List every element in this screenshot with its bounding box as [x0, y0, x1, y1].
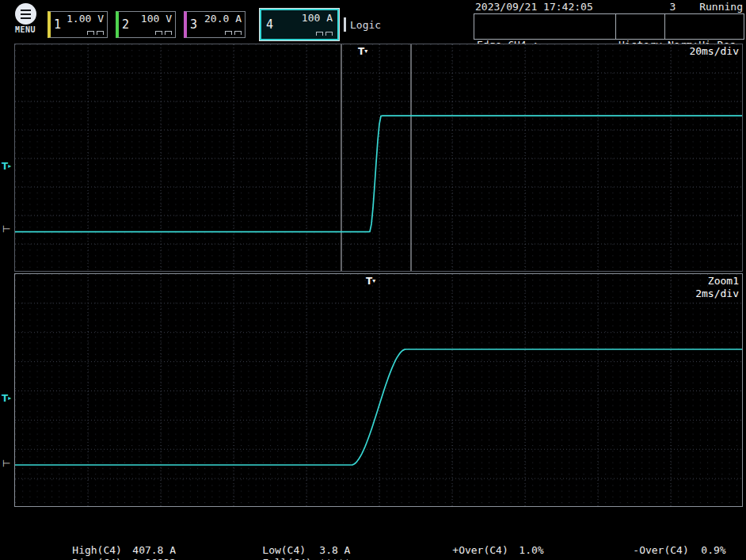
channel-2-scale: 100 V: [135, 13, 172, 25]
coupling-icon: [225, 31, 232, 35]
measurement-value: 0.86832ms: [132, 557, 188, 560]
coupling-icon: [316, 32, 323, 36]
coupling-icon: [325, 32, 333, 36]
channel-3-badge[interactable]: 3 20.0 A: [184, 11, 245, 38]
record-settings[interactable]: Norm:Hi-Res 12.5MS/s: [664, 14, 744, 39]
channel-3-scale: 20.0 A: [203, 13, 242, 25]
channel-3-number: 3: [190, 17, 197, 32]
trigger-settings[interactable]: Edge CH4 ↑ Normal 213 A: [474, 14, 615, 39]
channel-1-badge[interactable]: 1 1.00 V: [48, 11, 108, 38]
main-trigger-position-marker[interactable]: T▾: [358, 44, 367, 57]
measurement-label: -Over(C4): [633, 544, 701, 556]
channel-1-number: 1: [54, 17, 61, 32]
zoom-trigger-level-marker[interactable]: T▸: [2, 391, 11, 404]
coupling-icon: [165, 31, 172, 35]
run-state: Running: [699, 1, 743, 13]
oscilloscope-screen: MENU 1 1.00 V 2 100 V 3 20.0 A 4 100 A L…: [0, 0, 746, 560]
logic-badge[interactable]: Logic: [344, 15, 381, 34]
zoom-waveform-svg: [15, 274, 743, 507]
datetime: 2023/09/21 17:42:05: [475, 1, 593, 13]
menu-button[interactable]: MENU: [10, 3, 41, 34]
channel-2-number: 2: [122, 17, 129, 32]
main-waveform-svg: [15, 44, 743, 272]
coupling-icon: [87, 31, 94, 35]
channel-4-badge[interactable]: 4 100 A: [260, 9, 339, 40]
logic-label: Logic: [350, 19, 381, 31]
measurement-value: *****: [319, 557, 350, 560]
zoom-trigger-position-marker[interactable]: T▾: [366, 274, 375, 287]
channel-4-scale: 100 A: [279, 12, 333, 24]
main-waveform-window[interactable]: 20ms/div: [14, 44, 743, 272]
history-settings[interactable]: History 10: [615, 14, 664, 39]
zoom-waveform-window[interactable]: Zoom1 2ms/div: [14, 273, 743, 507]
acquisition-info-panel: 2023/09/21 17:42:05 3 Running Edge CH4 ↑…: [474, 0, 744, 40]
menu-button-label: MENU: [10, 25, 41, 34]
measurement-rise: Rise(C4)0.86832ms: [48, 545, 188, 560]
main-ground-marker[interactable]: ⊥: [2, 225, 11, 233]
measurement-value: 0.9%: [701, 544, 725, 556]
hamburger-icon: [15, 3, 36, 25]
measurement-value: 1.0%: [519, 544, 543, 556]
measurement-label: +Over(C4): [452, 544, 519, 556]
measurement-pover: +Over(C4)1.0%: [428, 532, 544, 560]
measurement-label: Rise(C4): [72, 557, 132, 560]
coupling-icon: [155, 31, 162, 35]
zoom-timebase-label: 2ms/div: [695, 288, 739, 299]
zoom-ground-marker[interactable]: ⊥: [2, 459, 11, 467]
coupling-icon: [97, 31, 104, 35]
acq-count: 3: [669, 1, 676, 13]
measurement-fall: Fall(C4)*****: [238, 545, 350, 560]
logic-color-bar: [344, 17, 346, 32]
measurement-label: Fall(C4): [262, 557, 319, 560]
channel-1-scale: 1.00 V: [67, 13, 104, 25]
measurement-nover: -Over(C4)0.9%: [608, 532, 726, 560]
main-trigger-level-marker[interactable]: T▸: [2, 159, 11, 172]
channel-4-number: 4: [266, 17, 273, 32]
channel-2-badge[interactable]: 2 100 V: [116, 11, 176, 38]
zoom-title-label: Zoom1: [708, 275, 739, 287]
coupling-icon: [234, 31, 242, 35]
main-timebase-label: 20ms/div: [689, 45, 739, 57]
